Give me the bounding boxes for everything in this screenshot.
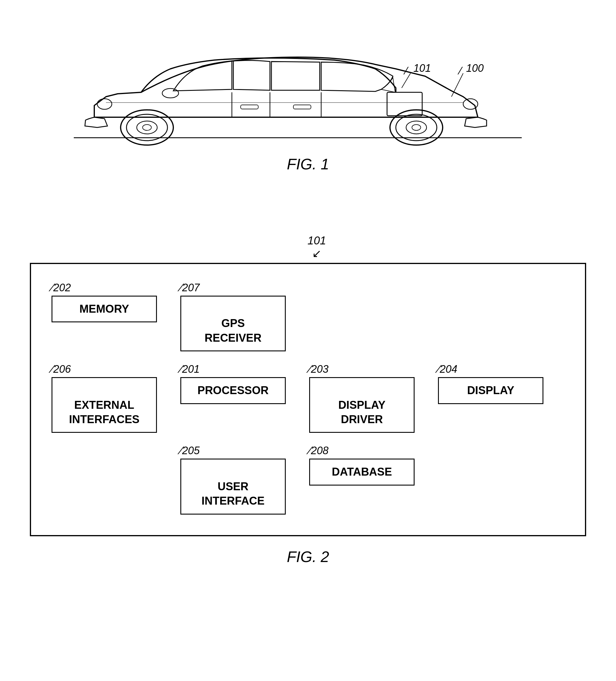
display-block: DISPLAY	[438, 377, 543, 404]
user-interface-block-cell: ∕205 USER INTERFACE	[178, 442, 289, 517]
fig1-section: 101 100 ∕ ∕ FIG. 1	[23, 12, 593, 194]
processor-ref: 201	[182, 363, 200, 375]
svg-point-15	[162, 89, 179, 98]
ext-interfaces-block-cell: ∕206 EXTERNAL INTERFACES	[49, 360, 160, 442]
fig2-section: 101 ↙ ∕202 MEMORY	[23, 234, 593, 565]
display-driver-block-cell: ∕203 DISPLAY DRIVER	[306, 360, 418, 442]
patent-drawing-page: 101 100 ∕ ∕ FIG. 1 101 ↙	[0, 0, 616, 681]
svg-point-4	[142, 125, 151, 130]
display-driver-block: DISPLAY DRIVER	[309, 377, 414, 433]
svg-rect-14	[293, 105, 311, 109]
gps-block: GPS RECEIVER	[180, 296, 286, 351]
svg-point-2	[127, 114, 167, 141]
display-driver-ref: 203	[311, 363, 328, 375]
display-block-cell: ∕204 DISPLAY	[435, 360, 546, 442]
memory-block-cell: ∕202 MEMORY	[49, 279, 160, 360]
svg-point-5	[390, 110, 443, 145]
svg-point-6	[396, 114, 437, 141]
user-interface-block: USER INTERFACE	[180, 459, 286, 514]
processor-block-cell: ∕201 PROCESSOR	[178, 360, 289, 442]
car-diagram: 101 100 ∕ ∕	[23, 12, 593, 158]
database-block: DATABASE	[309, 459, 414, 485]
gps-ref: 207	[182, 282, 200, 294]
svg-point-17	[463, 99, 478, 109]
memory-block: MEMORY	[52, 296, 157, 322]
processor-block: PROCESSOR	[180, 377, 286, 404]
svg-point-8	[412, 125, 421, 130]
svg-point-16	[97, 99, 112, 109]
svg-text:100: 100	[466, 62, 484, 74]
ext-interfaces-block: EXTERNAL INTERFACES	[52, 377, 157, 433]
ext-interfaces-ref: 206	[53, 363, 71, 375]
svg-point-3	[137, 121, 157, 134]
svg-point-1	[120, 110, 173, 145]
svg-text:101: 101	[413, 62, 431, 74]
display-ref: 204	[440, 363, 457, 375]
database-ref: 208	[311, 445, 328, 457]
memory-ref: 202	[53, 282, 71, 294]
user-interface-ref: 205	[182, 445, 200, 457]
fig2-label: FIG. 2	[287, 548, 329, 565]
system-ref-label: 101	[307, 234, 326, 247]
car-svg: 101 100 ∕ ∕	[59, 15, 557, 155]
gps-block-cell: ∕207 GPS RECEIVER	[178, 279, 289, 360]
svg-point-7	[406, 121, 427, 134]
database-block-cell: ∕208 DATABASE	[306, 442, 418, 517]
svg-rect-13	[241, 105, 258, 109]
